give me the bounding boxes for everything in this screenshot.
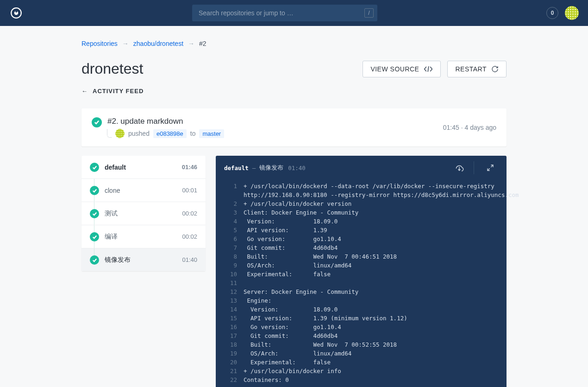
log-line-number: 10 bbox=[224, 270, 237, 279]
log-line: 13 Engine: bbox=[216, 296, 507, 305]
step-row[interactable]: 编译00:02 bbox=[81, 225, 206, 248]
step-row[interactable]: 测试00:02 bbox=[81, 202, 206, 225]
separator: · bbox=[461, 124, 465, 131]
code-icon bbox=[424, 66, 433, 72]
expand-icon bbox=[487, 164, 494, 171]
log-line: http://192.168.0.90:8180 --registry-mirr… bbox=[216, 190, 507, 199]
log-line-text: API version: 1.39 (minimum version 1.12) bbox=[244, 314, 407, 323]
log-line: 19 OS/Arch: linux/amd64 bbox=[216, 349, 507, 358]
log-actions bbox=[453, 161, 498, 174]
log-line-text: API version: 1.39 bbox=[244, 226, 327, 235]
log-line-number: 12 bbox=[224, 287, 237, 296]
log-body[interactable]: 1+ /usr/local/bin/dockerd --data-root /v… bbox=[216, 179, 507, 387]
step-time: 00:01 bbox=[182, 187, 197, 194]
activity-feed-link[interactable]: ← ACTIVITY FEED bbox=[81, 88, 507, 95]
download-log-button[interactable] bbox=[453, 161, 474, 174]
activity-feed-label: ACTIVITY FEED bbox=[93, 88, 144, 95]
search-hotkey-badge: / bbox=[364, 8, 374, 18]
notifications-badge[interactable]: 0 bbox=[546, 7, 558, 19]
svg-line-3 bbox=[428, 66, 429, 72]
svg-rect-2 bbox=[15, 8, 19, 13]
step-row[interactable]: clone00:01 bbox=[81, 179, 206, 202]
status-success-icon bbox=[90, 209, 99, 218]
log-line-text: Go version: go1.10.4 bbox=[244, 235, 341, 243]
log-line-text: Experimental: false bbox=[244, 270, 331, 279]
log-line-text: Git commit: 4d60db4 bbox=[244, 331, 338, 340]
log-line-number: 5 bbox=[224, 226, 237, 235]
topbar-right: 0 bbox=[546, 6, 579, 20]
step-time: 00:02 bbox=[182, 233, 197, 240]
log-line-number: 13 bbox=[224, 296, 237, 305]
branch-chip[interactable]: master bbox=[199, 129, 224, 138]
log-line-number: 6 bbox=[224, 235, 237, 243]
user-avatar[interactable] bbox=[565, 6, 579, 20]
build-meta: pushed e083898e to master bbox=[107, 129, 224, 138]
log-line-number: 17 bbox=[224, 331, 237, 340]
log-line: 11 bbox=[216, 279, 507, 287]
log-line: 18 Built: Wed Nov 7 00:52:55 2018 bbox=[216, 340, 507, 349]
commit-chip[interactable]: e083898e bbox=[153, 129, 187, 138]
svg-line-6 bbox=[488, 168, 490, 171]
log-line: 15 API version: 1.39 (minimum version 1.… bbox=[216, 314, 507, 323]
step-name: clone bbox=[105, 187, 120, 194]
log-line: 8 Built: Wed Nov 7 00:46:51 2018 bbox=[216, 252, 507, 261]
log-line: 20 Experimental: false bbox=[216, 358, 507, 367]
fullscreen-log-button[interactable] bbox=[482, 161, 498, 174]
page-title: dronetest bbox=[81, 60, 143, 77]
pipeline-name: default bbox=[105, 164, 126, 171]
log-line: 6 Go version: go1.10.4 bbox=[216, 235, 507, 243]
log-line-text: Experimental: false bbox=[244, 358, 331, 367]
author-avatar[interactable] bbox=[115, 129, 125, 138]
view-source-button[interactable]: VIEW SOURCE bbox=[363, 61, 441, 77]
log-line: 1+ /usr/local/bin/dockerd --data-root /v… bbox=[216, 182, 507, 190]
pipeline-header-row[interactable]: default 01:46 bbox=[81, 156, 206, 179]
log-line-text: Version: 18.09.0 bbox=[244, 217, 338, 226]
log-line-text: + /usr/local/bin/docker version bbox=[244, 199, 351, 208]
step-name: 编译 bbox=[105, 233, 118, 241]
drone-logo-icon[interactable] bbox=[9, 6, 23, 20]
step-name: 镜像发布 bbox=[105, 256, 131, 264]
log-line: 7 Git commit: 4d60db4 bbox=[216, 243, 507, 252]
log-line: 17 Git commit: 4d60db4 bbox=[216, 331, 507, 340]
columns: default 01:46 clone00:01测试00:02编译00:02镜像… bbox=[81, 156, 507, 387]
log-line-number bbox=[224, 190, 237, 199]
breadcrumb: Repositories → zhaobu/dronetest → #2 bbox=[81, 40, 507, 47]
build-info: #2. update markdown pushed e083898e to m… bbox=[107, 117, 224, 138]
svg-line-5 bbox=[491, 165, 493, 167]
restart-button[interactable]: RESTART bbox=[447, 61, 507, 77]
pushed-label: pushed bbox=[128, 130, 150, 137]
log-line-number: 9 bbox=[224, 261, 237, 270]
build-title: #2. update markdown bbox=[107, 117, 224, 126]
status-success-icon bbox=[92, 117, 102, 127]
log-line-number: 22 bbox=[224, 375, 237, 384]
breadcrumb-build: #2 bbox=[199, 40, 206, 47]
log-line: 5 API version: 1.39 bbox=[216, 226, 507, 235]
log-line: 10 Experimental: false bbox=[216, 270, 507, 279]
step-row[interactable]: 镜像发布01:40 bbox=[81, 248, 206, 271]
log-line-number: 19 bbox=[224, 349, 237, 358]
log-line-number: 15 bbox=[224, 314, 237, 323]
step-name: 测试 bbox=[105, 209, 118, 218]
log-line: 22Containers: 0 bbox=[216, 375, 507, 384]
breadcrumb-repositories[interactable]: Repositories bbox=[81, 40, 118, 47]
chevron-right-icon: → bbox=[122, 40, 129, 47]
build-when: 4 days ago bbox=[465, 124, 497, 131]
steps-list: default 01:46 clone00:01测试00:02编译00:02镜像… bbox=[81, 156, 206, 271]
log-line-number: 7 bbox=[224, 243, 237, 252]
build-timing: 01:45 · 4 days ago bbox=[443, 124, 496, 131]
log-line: 2+ /usr/local/bin/docker version bbox=[216, 199, 507, 208]
log-line-text: OS/Arch: linux/amd64 bbox=[244, 261, 351, 270]
log-line-number: 11 bbox=[224, 279, 237, 287]
search-input[interactable] bbox=[192, 5, 377, 21]
search-box: / bbox=[192, 5, 377, 21]
log-line: 14 Version: 18.09.0 bbox=[216, 305, 507, 314]
breadcrumb-repo[interactable]: zhaobu/dronetest bbox=[133, 40, 183, 47]
title-bar: dronetest VIEW SOURCE RESTART bbox=[81, 60, 507, 77]
log-header: default — 镜像发布 01:40 bbox=[216, 156, 507, 179]
log-line-number: 21 bbox=[224, 367, 237, 375]
arrow-left-icon: ← bbox=[81, 88, 88, 95]
log-pipeline-name: default bbox=[224, 165, 249, 171]
step-time: 00:02 bbox=[182, 210, 197, 217]
log-line: 4 Version: 18.09.0 bbox=[216, 217, 507, 226]
log-line-text: Server: Docker Engine - Community bbox=[244, 287, 358, 296]
